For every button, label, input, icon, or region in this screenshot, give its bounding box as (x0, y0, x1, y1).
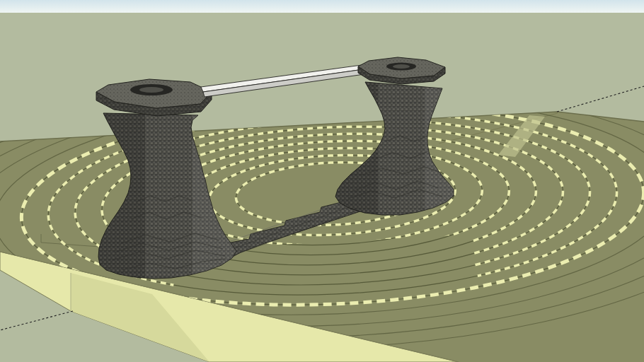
3d-viewport[interactable] (0, 0, 644, 362)
scene-canvas (0, 0, 644, 362)
